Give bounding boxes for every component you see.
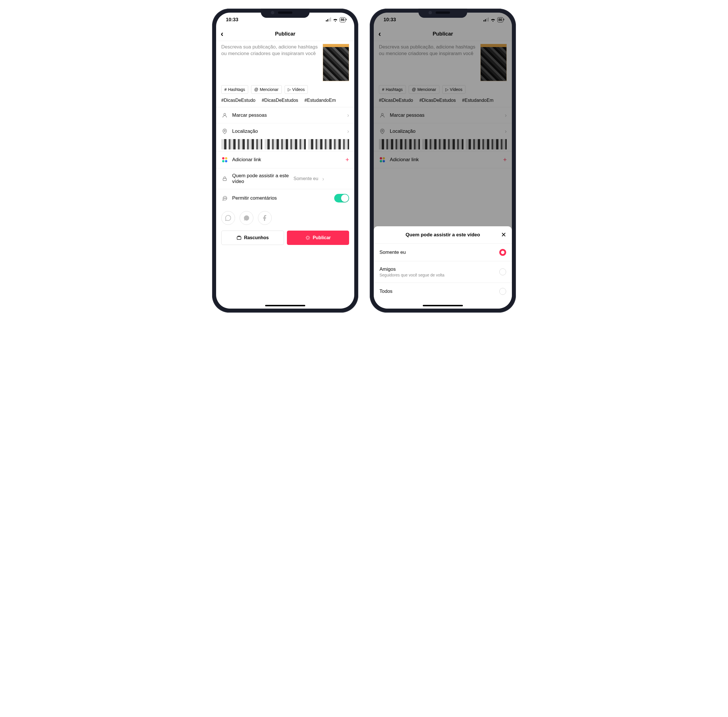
radio-selected-icon — [499, 249, 506, 256]
privacy-option-only-me[interactable]: Somente eu — [374, 244, 512, 261]
notch — [261, 9, 309, 18]
svg-point-1 — [224, 130, 225, 131]
phone-right: 10:33 86 ‹ Publicar Descreva sua publica… — [370, 9, 516, 313]
privacy-value: Somente eu — [294, 176, 318, 181]
row-label: Localização — [232, 128, 343, 134]
publish-icon — [305, 235, 311, 240]
drafts-icon — [236, 235, 242, 240]
location-icon — [221, 128, 228, 134]
hashtag-suggestions: #DicasDeEstudo #DicasDeEstudos #Estudand… — [216, 96, 354, 107]
videos-chip[interactable]: ▷Vídeos — [285, 85, 308, 94]
play-icon: ▷ — [288, 87, 291, 92]
back-button[interactable]: ‹ — [221, 30, 223, 38]
caption-input[interactable]: Descreva sua publicação, adicione hashta… — [221, 44, 319, 81]
privacy-option-everyone[interactable]: Todos — [374, 282, 512, 300]
svg-rect-6 — [237, 236, 241, 240]
comments-row: Permitir comentários — [216, 189, 354, 207]
row-label: Adicionar link — [232, 157, 341, 163]
location-suggestions[interactable] — [221, 139, 349, 150]
battery-icon: 86 — [340, 17, 346, 22]
drafts-button[interactable]: Rascunhos — [221, 230, 284, 245]
screen: 10:33 86 ‹ Publicar Descreva sua publica… — [374, 13, 512, 308]
signal-icon — [326, 18, 331, 21]
svg-point-0 — [224, 113, 226, 115]
row-label: Marcar pessoas — [232, 113, 343, 118]
hashtag-suggestion[interactable]: #DicasDeEstudos — [262, 98, 298, 103]
row-label: Permitir comentários — [232, 195, 330, 201]
nav-header: ‹ Publicar — [216, 27, 354, 41]
sheet-header: Quem pode assistir a este vídeo ✕ — [374, 226, 512, 244]
home-indicator[interactable] — [423, 305, 463, 306]
radio-icon — [499, 268, 506, 275]
video-thumbnail[interactable] — [323, 44, 349, 81]
add-link-row[interactable]: Adicionar link + — [216, 151, 354, 168]
chevron-right-icon: › — [347, 128, 349, 134]
comments-toggle[interactable] — [334, 194, 349, 203]
hashtags-chip[interactable]: #Hashtags — [221, 85, 248, 94]
svg-rect-2 — [223, 178, 227, 181]
hashtag-suggestion[interactable]: #EstudandoEm — [305, 98, 336, 103]
chevron-right-icon: › — [322, 175, 324, 182]
svg-point-5 — [225, 198, 226, 198]
row-label: Quem pode assistir a este vídeo — [232, 173, 289, 185]
hash-icon: # — [224, 87, 227, 92]
message-share[interactable] — [240, 211, 253, 225]
at-icon: @ — [254, 87, 258, 92]
location-row[interactable]: Localização › — [216, 123, 354, 139]
privacy-option-friends[interactable]: Amigos Seguidores que você segue de volt… — [374, 261, 512, 282]
lock-icon — [221, 176, 228, 182]
screen: 10:33 86 ‹ Publicar Descreva sua publica… — [216, 13, 354, 308]
svg-point-3 — [224, 198, 224, 198]
home-indicator[interactable] — [265, 305, 305, 306]
person-icon — [221, 113, 228, 118]
status-time: 10:33 — [226, 17, 238, 23]
close-icon[interactable]: ✕ — [501, 231, 506, 239]
chevron-right-icon: › — [347, 112, 349, 119]
comment-icon — [221, 195, 228, 201]
mention-chip[interactable]: @Mencionar — [251, 85, 282, 94]
notch — [419, 9, 467, 18]
sheet-title: Quem pode assistir a este vídeo — [405, 232, 480, 238]
plus-icon: + — [346, 156, 349, 163]
compose-area[interactable]: Descreva sua publicação, adicione hashta… — [216, 41, 354, 81]
wifi-icon — [333, 18, 338, 22]
privacy-row[interactable]: Quem pode assistir a este vídeo Somente … — [216, 168, 354, 189]
hashtag-suggestion[interactable]: #DicasDeEstudo — [221, 98, 255, 103]
share-row — [216, 207, 354, 229]
page-title: Publicar — [275, 31, 295, 37]
privacy-sheet: Quem pode assistir a este vídeo ✕ Soment… — [374, 226, 512, 308]
phone-left: 10:33 86 ‹ Publicar Descreva sua publica… — [212, 9, 358, 313]
tag-people-row[interactable]: Marcar pessoas › — [216, 107, 354, 123]
svg-point-4 — [225, 198, 225, 198]
whatsapp-share[interactable] — [221, 211, 235, 225]
publish-button[interactable]: Publicar — [287, 230, 349, 245]
apps-icon — [221, 157, 228, 162]
facebook-share[interactable] — [258, 211, 272, 225]
radio-icon — [499, 288, 506, 295]
